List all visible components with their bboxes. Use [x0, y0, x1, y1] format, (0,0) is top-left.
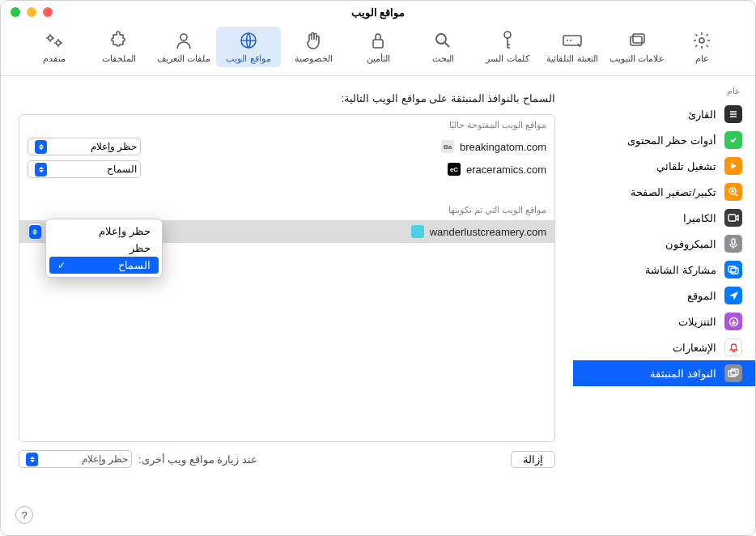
sidebar-item-label: أدوات حظر المحتوى	[627, 134, 716, 147]
toolbar-tab-security[interactable]: التأمين	[346, 27, 410, 67]
toolbar-tab-general[interactable]: عام	[669, 27, 734, 67]
sidebar-item-label: الكاميرا	[683, 212, 716, 224]
toolbar-tab-profiles[interactable]: ملفات التعريف	[151, 27, 216, 67]
puzzle-icon	[108, 30, 130, 51]
sidebar-item-autoplay[interactable]: تشغيل تلقائي	[573, 153, 755, 179]
websites-sidebar: عام القارئ أدوات حظر المحتوى تشغيل تلقائ…	[573, 76, 755, 536]
toolbar-label: التأمين	[367, 53, 390, 64]
stepper-arrows-icon	[35, 163, 47, 177]
cogs-icon	[44, 30, 65, 51]
sidebar-item-microphone[interactable]: الميكروفون	[573, 231, 755, 257]
sidebar-item-label: التنزيلات	[678, 316, 716, 328]
site-info: eC eraceramics.com	[448, 163, 546, 176]
play-icon	[724, 157, 742, 175]
remove-button[interactable]: إزالة	[511, 451, 555, 468]
toolbar-tab-passwords[interactable]: كلمات السر	[475, 27, 540, 67]
stepper-arrows-icon	[35, 140, 47, 154]
lock-icon	[367, 30, 389, 51]
toolbar-label: علامات التبويب	[609, 53, 665, 64]
sidebar-item-downloads[interactable]: التنزيلات	[573, 308, 755, 334]
dropdown-option-block-notify[interactable]: حظر وإعلام	[49, 223, 159, 240]
close-window-button[interactable]	[43, 7, 53, 17]
sidebar-item-location[interactable]: الموقع	[573, 283, 755, 308]
toolbar-label: مواقع الويب	[226, 53, 270, 64]
svg-point-4	[504, 32, 511, 38]
sidebar-item-notifications[interactable]: الإشعارات	[573, 334, 755, 360]
location-icon	[724, 287, 742, 304]
svg-rect-2	[633, 34, 644, 43]
popup-permission-select[interactable]: السماح	[28, 160, 141, 178]
sidebar-item-label: الإشعارات	[673, 342, 716, 354]
visit-other-sites-setting: عند زيارة مواقع ويب أخرى: حظر وإعلام	[19, 450, 257, 468]
site-row[interactable]: eC eraceramics.com السماح	[19, 158, 554, 181]
maximize-window-button[interactable]	[11, 7, 20, 17]
section-configured: مواقع الويب التي تم تكوينها	[19, 200, 554, 220]
sidebar-item-label: الموقع	[687, 290, 716, 302]
visit-other-select[interactable]: حظر وإعلام	[19, 450, 132, 468]
svg-point-10	[57, 41, 61, 45]
toolbar-label: الخصوصية	[295, 53, 333, 64]
sidebar-item-reader[interactable]: القارئ	[573, 101, 755, 127]
site-domain: wanderlustcreamery.com	[430, 226, 546, 238]
sidebar-item-label: القارئ	[688, 108, 716, 121]
toolbar-label: كلمات السر	[486, 53, 529, 64]
toolbar-label: عام	[695, 53, 709, 64]
globe-icon	[238, 30, 259, 51]
titlebar: مواقع الويب	[1, 1, 755, 23]
autofill-icon	[562, 30, 583, 51]
sidebar-item-content-blockers[interactable]: أدوات حظر المحتوى	[573, 127, 755, 153]
sidebar-item-popups[interactable]: النوافذ المنبثقة	[573, 360, 755, 386]
bottom-bar: إزالة عند زيارة مواقع ويب أخرى: حظر وإعل…	[19, 450, 555, 468]
svg-rect-15	[731, 268, 738, 274]
microphone-icon	[724, 235, 742, 253]
popup-permission-select[interactable]	[28, 223, 42, 240]
dropdown-option-block[interactable]: حظر	[49, 240, 159, 257]
tabs-icon	[626, 30, 648, 51]
shield-check-icon	[724, 131, 742, 149]
toolbar-label: ملفات التعريف	[157, 53, 210, 64]
help-button[interactable]: ?	[15, 506, 33, 524]
select-value: حظر وإعلام	[82, 453, 128, 465]
toolbar-tab-websites[interactable]: مواقع الويب	[216, 27, 281, 67]
svg-point-5	[436, 34, 446, 44]
svg-rect-17	[728, 371, 736, 376]
site-info: wanderlustcreamery.com	[411, 225, 546, 238]
stepper-arrows-icon	[26, 453, 38, 466]
download-icon	[724, 313, 742, 330]
site-domain: breakingatom.com	[460, 141, 546, 153]
toolbar-label: البحث	[432, 53, 454, 64]
site-domain: eraceramics.com	[466, 164, 546, 176]
svg-rect-13	[732, 239, 735, 245]
reader-icon	[724, 105, 742, 123]
popup-window-icon	[724, 364, 742, 382]
gear-icon	[691, 30, 712, 51]
toolbar-tab-search[interactable]: البحث	[410, 27, 475, 67]
hand-icon	[303, 30, 324, 51]
toolbar-tab-tabs[interactable]: علامات التبويب	[605, 27, 669, 67]
sidebar-item-label: تشغيل تلقائي	[656, 160, 716, 172]
permission-dropdown-menu: حظر وإعلام حظر السماح	[45, 219, 163, 278]
site-row[interactable]: Ba breakingatom.com حظر وإعلام	[19, 135, 554, 158]
svg-rect-6	[373, 40, 383, 48]
sidebar-item-screen-sharing[interactable]: مشاركة الشاشة	[573, 257, 755, 283]
popup-permission-select[interactable]: حظر وإعلام	[28, 138, 141, 155]
sidebar-section-header: عام	[573, 83, 755, 101]
sidebar-item-label: النوافذ المنبثقة	[650, 368, 716, 380]
sidebar-item-label: الميكروفون	[665, 238, 716, 250]
minimize-window-button[interactable]	[27, 7, 36, 17]
bell-icon	[724, 338, 742, 356]
svg-rect-1	[631, 36, 642, 45]
dropdown-option-allow[interactable]: السماح	[49, 257, 159, 274]
toolbar-tab-privacy[interactable]: الخصوصية	[281, 27, 346, 67]
toolbar-tab-autofill[interactable]: التعبئة التلقائية	[540, 27, 605, 67]
preferences-toolbar: عام علامات التبويب التعبئة التلقائية كلم…	[1, 23, 755, 75]
sidebar-item-camera[interactable]: الكاميرا	[573, 205, 755, 231]
toolbar-label: متقدم	[43, 53, 66, 64]
svg-point-9	[49, 36, 53, 40]
toolbar-tab-advanced[interactable]: متقدم	[22, 27, 87, 67]
profile-icon	[173, 30, 194, 51]
toolbar-tab-extensions[interactable]: الملحقات	[87, 27, 151, 67]
sidebar-item-page-zoom[interactable]: تكبير/تصغير الصفحة	[573, 179, 755, 205]
svg-point-0	[699, 38, 704, 43]
select-value: السماح	[107, 164, 137, 175]
